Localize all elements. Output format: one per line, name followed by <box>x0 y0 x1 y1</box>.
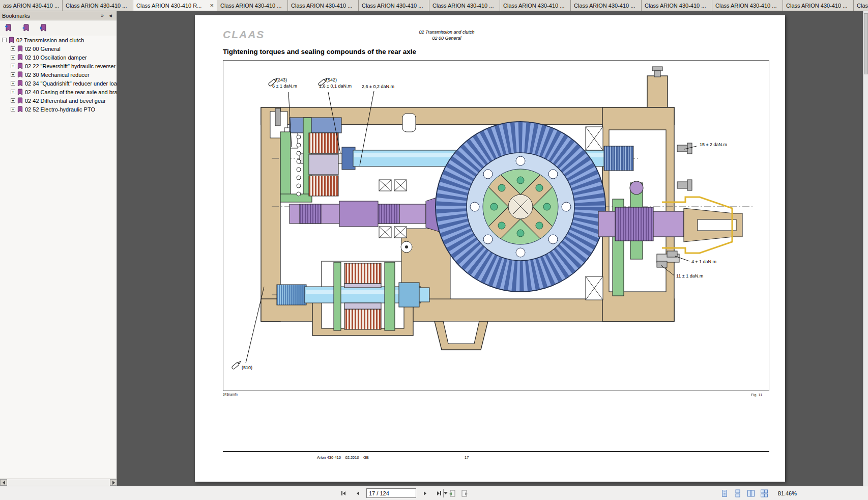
claas-logo: CLAAS <box>223 29 265 41</box>
new-bookmark-icon[interactable] <box>4 23 13 33</box>
expand-node-icon[interactable]: + <box>11 98 15 103</box>
bookmark-icon <box>17 45 23 52</box>
figure-label: Fig. 11 <box>751 393 762 397</box>
torque-value-26: 2,6 ± 0,2 daN.m <box>362 84 394 89</box>
bookmark-label[interactable]: 02 00 General <box>25 46 61 52</box>
expand-node-icon[interactable]: + <box>11 72 15 77</box>
page-indicator-input[interactable] <box>367 490 443 496</box>
bookmark-label[interactable]: 02 52 Electro-hydraulic PTO <box>25 106 95 113</box>
previous-view-icon[interactable] <box>448 489 457 498</box>
torque-value-15: 15 ± 2 daN.m <box>700 142 727 147</box>
tab-label: Class ARION 430-410 ... <box>574 3 638 9</box>
pdf-page: CLAAS 02 Transmission and clutch 02 00 G… <box>195 15 785 482</box>
bookmark-label[interactable]: 02 Transmission and clutch <box>16 37 84 43</box>
tab[interactable]: Class ARION 430-410 ... <box>500 0 571 11</box>
last-page-button[interactable] <box>433 488 445 498</box>
tab[interactable]: Class ARION 430-410 ... <box>783 0 854 11</box>
bookmark-item[interactable]: +02 40 Casing of the rear axle and brake… <box>0 88 117 96</box>
bookmark-item[interactable]: −02 Transmission and clutch <box>0 36 117 44</box>
tab[interactable]: Class ARION 430-410 ... <box>217 0 288 11</box>
vertical-scrollbar[interactable] <box>863 11 868 486</box>
torque-ref-542: (542) <box>326 77 337 82</box>
header-section: 02 00 General <box>363 35 531 41</box>
facing-view-icon[interactable] <box>746 489 756 498</box>
zoom-level-label: 81.46% <box>778 490 797 496</box>
scroll-left-icon[interactable] <box>0 479 7 486</box>
bookmarks-panel-header: Bookmarks » ◄ <box>0 11 117 20</box>
bookmark-item[interactable]: +02 00 General <box>0 44 117 53</box>
tab-label: Class ARION 430-410 ... <box>645 3 709 9</box>
bookmark-label[interactable]: 02 30 Mechanical reducer <box>25 72 90 78</box>
vertical-scrollbar-thumb[interactable] <box>864 13 868 74</box>
bookmark-item[interactable]: +02 42 Differential and bevel gear <box>0 96 117 105</box>
status-bar: 81.46% <box>0 486 868 500</box>
tab[interactable]: Class ARION 430-410 ... <box>63 0 133 11</box>
previous-page-button[interactable] <box>352 488 363 498</box>
tab[interactable]: Class ARION 430-410 ... <box>359 0 429 11</box>
collapse-all-bookmarks-icon[interactable] <box>39 23 48 33</box>
bookmark-label[interactable]: 02 22 "Revershift" hydraulic reverser <box>25 63 115 69</box>
expand-node-icon[interactable]: + <box>11 107 15 112</box>
single-page-view-icon[interactable] <box>720 489 729 498</box>
bookmark-item[interactable]: +02 22 "Revershift" hydraulic reverser <box>0 62 117 70</box>
tab-close-icon[interactable]: × <box>210 3 214 9</box>
bookmark-icon <box>17 89 23 95</box>
torque-value-542: 1,6 ± 0,1 daN.m <box>319 84 352 89</box>
tab-label: ass ARION 430-410 ... <box>3 3 59 9</box>
expand-node-icon[interactable]: + <box>11 55 15 60</box>
bookmark-label[interactable]: 02 10 Oscillation damper <box>25 54 87 61</box>
expand-node-icon[interactable]: + <box>11 90 15 94</box>
expand-current-bookmark-icon[interactable] <box>21 23 31 33</box>
expand-node-icon[interactable]: + <box>11 64 15 68</box>
margin-code: 343namfn <box>223 393 238 396</box>
bookmarks-panel-title: Bookmarks <box>2 13 98 19</box>
tab-label: Class ARION 430-410 ... <box>362 3 426 9</box>
continuous-view-icon[interactable] <box>733 489 742 498</box>
bookmark-item[interactable]: +02 10 Oscillation damper <box>0 53 117 62</box>
bookmark-item[interactable]: +02 52 Electro-hydraulic PTO <box>0 105 117 114</box>
bookmark-label[interactable]: 02 42 Differential and bevel gear <box>25 98 106 104</box>
tab[interactable]: Class ARION 430-410 R...× <box>133 0 217 11</box>
figure-container: (243) 6 ± 1 daN.m (542) 1,6 ± 0,1 daN.m … <box>223 60 769 391</box>
document-canvas: CLAAS 02 Transmission and clutch 02 00 G… <box>117 11 863 486</box>
header-chapter: 02 Transmission and clutch <box>363 29 531 35</box>
bookmark-item[interactable]: +02 30 Mechanical reducer <box>0 70 117 79</box>
expand-node-icon[interactable]: + <box>11 46 15 51</box>
tab[interactable]: Class ARION 430-410 ... <box>854 0 868 11</box>
bookmark-item[interactable]: +02 34 "Quadrishift" reducer under load <box>0 79 117 88</box>
page-indicator-box <box>366 488 416 498</box>
bookmark-label[interactable]: 02 34 "Quadrishift" reducer under load <box>25 80 117 87</box>
next-page-button[interactable] <box>419 488 430 498</box>
first-page-button[interactable] <box>338 488 349 498</box>
expand-node-icon[interactable]: + <box>11 81 15 86</box>
next-view-icon[interactable] <box>460 489 469 498</box>
panel-collapse-chevrons-icon[interactable]: » <box>98 13 106 18</box>
collapse-node-icon[interactable]: − <box>2 38 7 42</box>
bookmarks-horizontal-scrollbar[interactable] <box>0 479 117 486</box>
tab-label: Class ARION 430-410 ... <box>786 3 850 9</box>
bookmark-label[interactable]: 02 40 Casing of the rear axle and brakes <box>25 89 117 95</box>
tab[interactable]: Class ARION 430-410 ... <box>642 0 712 11</box>
torque-value-243: 6 ± 1 daN.m <box>272 84 297 89</box>
tab-label: Class ARION 430-410 ... <box>432 3 497 9</box>
section-title: Tightening torques and sealing compounds… <box>223 48 416 55</box>
tab[interactable]: Class ARION 430-410 ... <box>712 0 783 11</box>
tab[interactable]: ass ARION 430-410 ... <box>0 0 63 11</box>
tab[interactable]: Class ARION 430-410 ... <box>288 0 359 11</box>
bookmark-icon <box>17 63 23 69</box>
bookmarks-toolbar <box>0 20 117 36</box>
footer-rule <box>223 451 769 452</box>
bookmark-icon <box>17 106 23 113</box>
panel-dock-arrow-icon[interactable]: ◄ <box>106 13 114 18</box>
main-area: Bookmarks » ◄ −02 Transmission and clutc… <box>0 11 868 486</box>
scroll-right-icon[interactable] <box>110 479 117 486</box>
tab-label: Class ARION 430-410 ... <box>715 3 779 9</box>
continuous-facing-view-icon[interactable] <box>760 489 769 498</box>
sealant-icon-510 <box>232 360 242 370</box>
footer-document-reference: Arion 430-410 – 02.2010 – GB <box>317 455 369 460</box>
tab-label: Class ARION 430-410 ... <box>66 3 130 9</box>
tab[interactable]: Class ARION 430-410 ... <box>571 0 642 11</box>
bookmark-icon <box>9 37 14 43</box>
bookmark-icon <box>17 71 23 78</box>
tab[interactable]: Class ARION 430-410 ... <box>429 0 500 11</box>
